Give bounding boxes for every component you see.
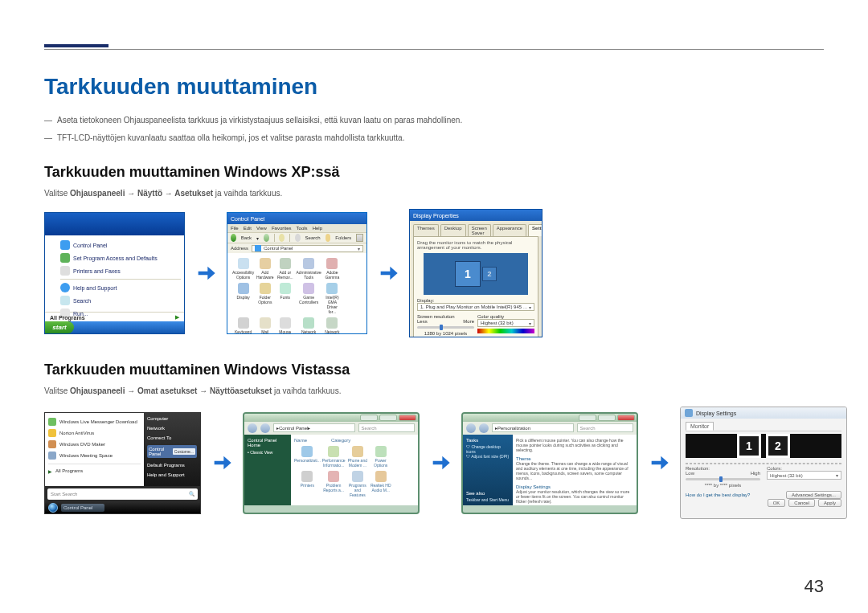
vista-resolution-slider [686,478,760,480]
xp-start-item: Control Panel [60,239,181,251]
arrow-right-icon [211,452,233,474]
xp-control-panel-screenshot: Control Panel FileEditViewFavoritesTools… [227,212,367,334]
xp-start-button: start [45,321,74,333]
xp-resolution-slider [417,326,474,329]
vista-personalization-screenshot: ▸ Personalization Search Tasks 🛡 Change … [461,412,638,514]
nav-back-icon [248,423,257,433]
xp-dp-titlebar: Display Properties [410,210,542,221]
xp-start-item: Set Program Access and Defaults [60,251,181,264]
vista-start-control-panel: Control PanelCustome... [147,445,197,458]
xp-dp-settings-tab: Settings [528,224,542,236]
vista-orb-icon [48,503,58,513]
xp-start-item: Printers and Faxes [60,264,181,277]
intro-note-1: Aseta tietokoneen Ohjauspaneelista tarkk… [57,114,462,127]
xp-start-item: Search [60,294,181,307]
xp-start-menu-screenshot: Control Panel Set Program Access and Def… [44,212,185,334]
arrow-right-icon [194,262,217,284]
vista-steps-row: Windows Live Messenger Download Norton A… [44,407,824,519]
xp-display-properties-screenshot: Display Properties Themes Desktop Screen… [409,209,542,337]
page-title: Tarkkuuden muuttaminen [44,74,824,100]
xp-all-programs: All Programs [50,315,85,321]
xp-cp-icon-grid: Accessibility Options Add Hardware Add o… [227,253,366,334]
nav-fwd-icon [260,423,270,433]
arrow-right-icon [377,262,399,284]
xp-instruction: Valitse Ohjauspaneeli → Näyttö → Asetuks… [44,189,824,198]
nav-fwd-icon [479,423,489,433]
vista-instruction: Valitse Ohjauspaneeli → Omat asetukset →… [44,386,824,395]
intro-note-2: TFT-LCD-näyttöjen kuvanlaatu saattaa oll… [57,132,404,145]
vista-section-title: Tarkkuuden muuttaminen Windows Vistassa [44,362,824,378]
intro-notes: Aseta tietokoneen Ohjauspaneelista tarkk… [44,114,824,145]
xp-steps-row: Control Panel Set Program Access and Def… [44,209,824,337]
nav-back-icon [466,423,476,433]
arrow-right-icon [429,452,452,474]
vista-ds-monitor-preview: 12 [686,434,841,458]
vista-display-settings-screenshot: Display Settings Monitor 12 Resolution: … [680,407,847,519]
header-rule [44,44,824,50]
xp-cp-titlebar: Control Panel [227,213,366,224]
arrow-right-icon [648,452,670,474]
vista-start-search: Start Search 🔍 [47,488,198,500]
xp-dp-monitor-preview: 12 [424,253,528,295]
page-number: 43 [805,576,824,597]
xp-section-title: Tarkkuuden muuttaminen Windows XP:ssä [44,164,824,181]
vista-start-menu-screenshot: Windows Live Messenger Download Norton A… [44,412,201,514]
xp-start-item: Help and Support [60,281,181,294]
vista-control-panel-screenshot: ▸ Control Panel ▸ Search Control Panel H… [243,412,420,514]
